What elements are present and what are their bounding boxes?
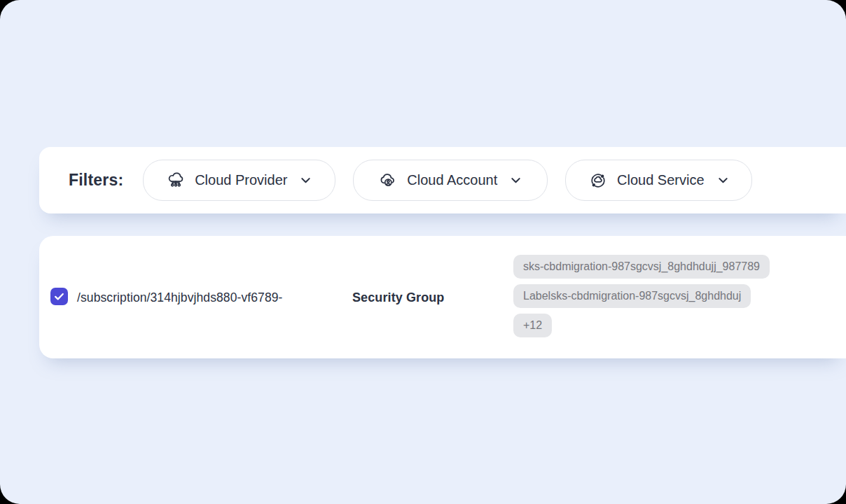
chevron-down-icon (299, 174, 312, 187)
cloud-network-icon (166, 171, 186, 190)
resource-path: /subscription/314hjbvjhds880-vf6789- (77, 290, 283, 304)
resource-type-label: Security Group (352, 290, 444, 304)
cloud-provider-filter-label: Cloud Provider (195, 172, 287, 188)
resource-row: /subscription/314hjbvjhds880-vf6789- Sec… (39, 236, 846, 358)
chevron-down-icon (509, 174, 522, 187)
filter-buttons-group: Cloud Provider Cloud Account (143, 160, 752, 201)
cloud-sync-icon (588, 171, 608, 190)
filters-label: Filters: (69, 171, 123, 190)
tag-overflow-count[interactable]: +12 (513, 314, 552, 337)
chevron-down-icon (716, 174, 730, 187)
row-checkbox[interactable] (50, 288, 68, 305)
app-screen: Filters: Cloud Provid (0, 0, 846, 504)
cloud-account-filter-button[interactable]: Cloud Account (353, 160, 548, 201)
cloud-service-filter-label: Cloud Service (617, 172, 705, 188)
tag-list: sks-cbdmigration-987sgcvsj_8ghdhdujj_987… (513, 255, 770, 337)
filters-bar: Filters: Cloud Provid (39, 147, 846, 214)
tag-chip: Labelsks-cbdmigration-987sgcvsj_8ghdhduj (513, 284, 751, 308)
cloud-provider-filter-button[interactable]: Cloud Provider (143, 160, 335, 201)
checkmark-icon (53, 290, 65, 302)
tag-chip: sks-cbdmigration-987sgcvsj_8ghdhdujj_987… (513, 255, 770, 279)
cloud-service-filter-button[interactable]: Cloud Service (565, 160, 752, 201)
cloud-account-filter-label: Cloud Account (407, 172, 497, 188)
cloud-user-icon (378, 171, 398, 190)
